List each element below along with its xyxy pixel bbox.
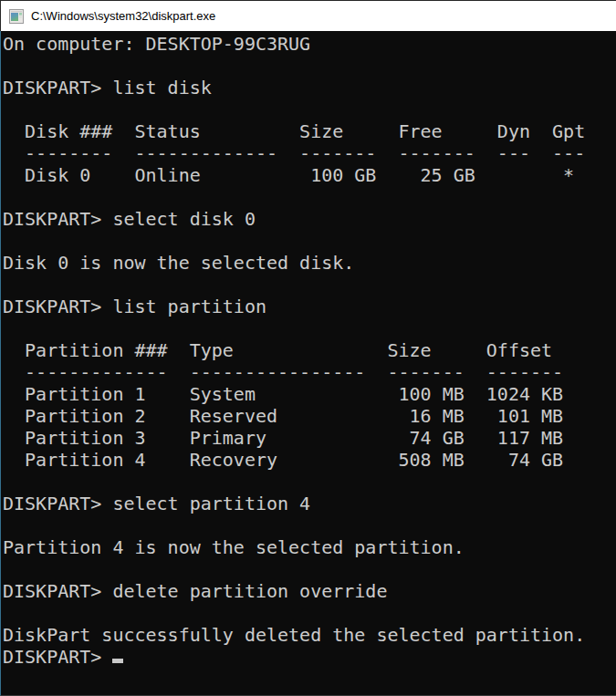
console-output[interactable]: On computer: DESKTOP-99C3RUG DISKPART> l…: [0, 31, 616, 696]
window-title: C:\Windows\system32\diskpart.exe: [31, 9, 215, 23]
title-bar[interactable]: C:\Windows\system32\diskpart.exe: [0, 0, 616, 31]
prompt-line: DISKPART>: [3, 646, 616, 668]
text-cursor: [112, 659, 123, 663]
prompt-label: DISKPART>: [3, 646, 112, 668]
console-window-icon[interactable]: [9, 9, 24, 24]
diskpart-window: C:\Windows\system32\diskpart.exe On comp…: [0, 0, 616, 696]
console-text: On computer: DESKTOP-99C3RUG DISKPART> l…: [3, 33, 616, 646]
